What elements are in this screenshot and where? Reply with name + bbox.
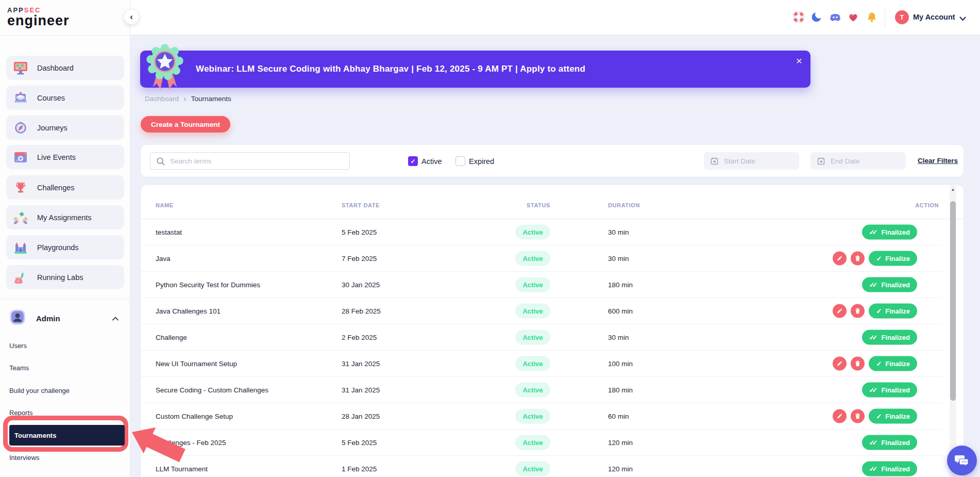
end-date-field[interactable]: End Date xyxy=(810,152,906,170)
help-lifebuoy-icon[interactable] xyxy=(792,11,805,23)
avatar[interactable]: T xyxy=(895,10,909,24)
check-icon: ✓ xyxy=(876,307,882,315)
edit-button[interactable] xyxy=(833,304,847,318)
running-labs-icon xyxy=(11,268,30,287)
scrollbar-up-arrow[interactable]: ▲ xyxy=(950,187,956,192)
delete-button[interactable] xyxy=(851,409,865,423)
finalized-button[interactable]: ✓✓Finalized xyxy=(862,462,917,476)
duration: 30 min xyxy=(608,228,629,236)
sidebar-item-label: Playgrounds xyxy=(37,243,79,252)
status-badge: Active xyxy=(515,356,550,371)
finalize-label: Finalize xyxy=(885,360,910,368)
sidebar-section-divider xyxy=(0,299,130,299)
status-badge: Active xyxy=(515,304,550,319)
delete-button[interactable] xyxy=(851,252,865,266)
sidebar-item-tournaments-active[interactable]: Tournaments xyxy=(9,425,125,446)
tournament-name: Challenges - Feb 2025 xyxy=(156,439,226,447)
table-row: LLM Tournament 1 Feb 2025 Active 120 min… xyxy=(141,456,942,477)
finalized-button[interactable]: ✓✓Finalized xyxy=(862,383,917,398)
active-checkbox-label[interactable]: Active xyxy=(421,157,442,166)
search-input[interactable] xyxy=(150,153,349,169)
duration: 120 min xyxy=(608,439,633,447)
start-date: 1 Feb 2025 xyxy=(342,465,377,473)
search-box xyxy=(150,152,350,170)
filter-bar: ✓ Active Expired Start Date End Date Cle… xyxy=(141,145,964,177)
status-badge: Active xyxy=(515,462,550,476)
table-row: Challenge 2 Feb 2025 Active 30 min ✓✓Fin… xyxy=(141,324,942,351)
close-icon[interactable]: × xyxy=(796,55,802,67)
duration: 180 min xyxy=(608,386,633,394)
notifications-bell-icon[interactable] xyxy=(866,11,878,23)
edit-button[interactable] xyxy=(833,409,847,423)
finalize-label: Finalize xyxy=(885,413,910,420)
chevron-down-icon[interactable] xyxy=(959,14,966,23)
finalize-button[interactable]: ✓Finalize xyxy=(869,409,917,424)
active-checkbox[interactable]: ✓ xyxy=(408,156,418,166)
sidebar-item-dashboard[interactable]: Dashboard xyxy=(6,56,124,80)
delete-button[interactable] xyxy=(851,357,865,371)
tournament-name: Challenge xyxy=(156,334,187,341)
webinar-banner-text[interactable]: Webinar: LLM Secure Coding with Abhay Bh… xyxy=(196,51,585,88)
finalized-button[interactable]: ✓✓Finalized xyxy=(862,225,917,240)
finalize-label: Finalize xyxy=(885,255,910,262)
tournaments-table: NAME START DATE STATUS DURATION ACTION t… xyxy=(141,185,964,477)
sidebar-item-challenges[interactable]: Challenges xyxy=(6,175,124,200)
check-icon: ✓ xyxy=(876,413,882,420)
finalize-button[interactable]: ✓Finalize xyxy=(869,356,917,371)
sidebar-item-label: Journeys xyxy=(37,124,67,132)
create-tournament-button[interactable]: Create a Tournament xyxy=(141,116,230,133)
edit-button[interactable] xyxy=(833,357,847,371)
sidebar-item-my-assignments[interactable]: My Assignments xyxy=(6,205,124,229)
sidebar-item-interviews[interactable]: Interviews xyxy=(9,454,40,462)
delete-button[interactable] xyxy=(851,304,865,318)
sidebar-item-courses[interactable]: Courses xyxy=(6,86,124,110)
sidebar-collapse-button[interactable]: ‹ xyxy=(124,10,139,24)
edit-button[interactable] xyxy=(833,252,847,266)
duration: 30 min xyxy=(608,334,629,341)
start-date: 2 Feb 2025 xyxy=(342,334,377,341)
breadcrumb-current: Tournaments xyxy=(191,95,231,103)
sidebar-item-users[interactable]: Users xyxy=(9,342,27,350)
sidebar-item-reports[interactable]: Reports xyxy=(9,409,33,417)
discord-icon[interactable] xyxy=(829,11,841,23)
check-icon: ✓ xyxy=(876,360,882,368)
sidebar-item-playgrounds[interactable]: Playgrounds xyxy=(6,235,124,259)
trash-icon xyxy=(854,360,861,367)
duration: 100 min xyxy=(608,360,633,368)
sidebar-item-running-labs[interactable]: Running Labs xyxy=(6,265,124,289)
start-date: 31 Jan 2025 xyxy=(342,360,380,368)
sidebar-item-journeys[interactable]: Journeys xyxy=(6,116,124,140)
dark-mode-moon-icon[interactable] xyxy=(810,11,823,23)
clear-filters-link[interactable]: Clear Filters xyxy=(918,157,958,165)
favorites-heart-icon[interactable] xyxy=(847,11,859,23)
check-icon: ✓ xyxy=(876,255,882,262)
duration: 30 min xyxy=(608,255,629,262)
start-date-field[interactable]: Start Date xyxy=(704,152,799,170)
calendar-icon xyxy=(817,157,825,166)
table-row: Java 7 Feb 2025 Active 30 min ✓Finalize xyxy=(141,245,942,272)
column-header-duration: DURATION xyxy=(608,202,640,208)
chat-widget-button[interactable] xyxy=(947,446,977,475)
admin-avatar-icon xyxy=(8,308,27,328)
finalized-button[interactable]: ✓✓Finalized xyxy=(862,330,917,345)
table-row: New UI Tournament Setup 31 Jan 2025 Acti… xyxy=(141,351,942,377)
playgrounds-icon xyxy=(11,238,30,257)
my-account-label[interactable]: My Account xyxy=(913,13,955,21)
table-row: testastat 5 Feb 2025 Active 30 min ✓✓Fin… xyxy=(141,219,942,245)
sidebar-item-label: Tournaments xyxy=(14,432,56,439)
sidebar-divider xyxy=(0,35,130,36)
status-badge: Active xyxy=(515,409,550,424)
sidebar-item-live-events[interactable]: Live Events xyxy=(6,145,124,169)
table-row: Challenges - Feb 2025 5 Feb 2025 Active … xyxy=(141,430,942,456)
duration: 120 min xyxy=(608,465,633,473)
expired-checkbox-label[interactable]: Expired xyxy=(469,157,494,166)
finalized-button[interactable]: ✓✓Finalized xyxy=(862,277,917,292)
sidebar-item-build-your-challenge[interactable]: Build your challenge xyxy=(9,387,70,394)
expired-checkbox[interactable] xyxy=(455,156,465,166)
sidebar-item-teams[interactable]: Teams xyxy=(9,364,29,372)
finalize-button[interactable]: ✓Finalize xyxy=(869,251,917,266)
finalized-button[interactable]: ✓✓Finalized xyxy=(862,435,917,450)
scrollbar-thumb[interactable] xyxy=(950,201,956,401)
sidebar-item-admin[interactable]: Admin xyxy=(8,307,123,329)
finalize-button[interactable]: ✓Finalize xyxy=(869,304,917,319)
